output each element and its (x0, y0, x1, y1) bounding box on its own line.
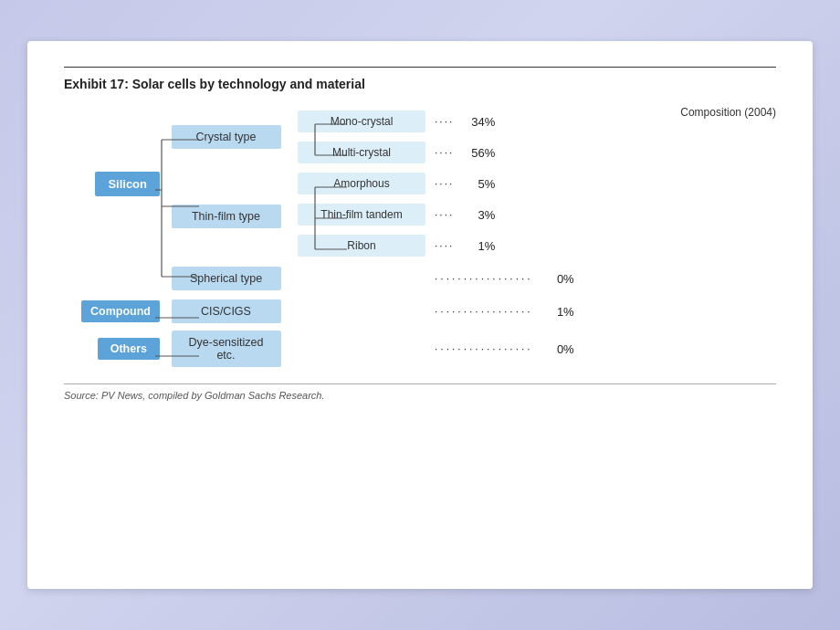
slide-title: Exhibit 17: Solar cells by technology an… (64, 77, 776, 91)
dye-box: Dye-sensitized etc. (172, 331, 281, 367)
pct-ribon: 1% (463, 239, 495, 253)
dots-dye: ················· (435, 342, 533, 355)
silicon-label: Silicon (95, 172, 160, 196)
pct-ciscigs: 1% (542, 305, 574, 319)
pct-dye: 0% (542, 342, 574, 356)
pct-spherical: 0% (542, 272, 574, 286)
dots-amorphous: ···· (435, 177, 454, 190)
table-row: Thin-film type Amorphous ···· 5% (64, 170, 776, 201)
dots-ribon: ···· (435, 239, 454, 252)
table-row: Silicon Crystal type Mono-crystal (64, 108, 776, 139)
mono-crystal-box: Mono-crystal (298, 110, 425, 132)
pct-amorphous: 5% (463, 177, 495, 191)
others-label: Others (98, 338, 160, 360)
pct-tandem: 3% (463, 208, 495, 222)
dots-tandem: ···· (435, 208, 454, 221)
table-row: Others Dye-sensitized etc. ·············… (64, 331, 776, 367)
dots-mono: ···· (435, 115, 454, 128)
diagram-table: Silicon Crystal type Mono-crystal (64, 108, 776, 367)
pct-multi: 56% (463, 146, 495, 160)
diagram-area: Composition (2004) (64, 108, 776, 367)
thinfilm-tandem-box: Thin-film tandem (298, 204, 425, 226)
ciscigs-box: CIS/CIGS (172, 299, 281, 323)
thinfilm-type-box: Thin-film type (172, 205, 281, 228)
table-row: Spherical type ················· 0% (64, 263, 776, 299)
ribon-box: Ribon (298, 235, 425, 257)
spherical-type-box: Spherical type (172, 267, 281, 290)
source-text: Source: PV News, compiled by Goldman Sac… (64, 383, 776, 401)
slide: Exhibit 17: Solar cells by technology an… (27, 41, 813, 589)
multi-crystal-box: Multi-crystal (298, 142, 425, 163)
top-divider (64, 67, 776, 68)
dots-ciscigs: ················· (435, 305, 533, 318)
composition-header: Composition (2004) (680, 104, 776, 121)
dots-multi: ···· (435, 146, 454, 159)
table-row: Compound CIS/CIGS ················· (64, 299, 776, 331)
crystal-type-box: Crystal type (172, 125, 281, 149)
amorphous-box: Amorphous (298, 173, 425, 194)
compound-label: Compound (81, 300, 160, 322)
pct-mono: 34% (463, 115, 495, 129)
dots-spherical: ················· (435, 272, 533, 285)
